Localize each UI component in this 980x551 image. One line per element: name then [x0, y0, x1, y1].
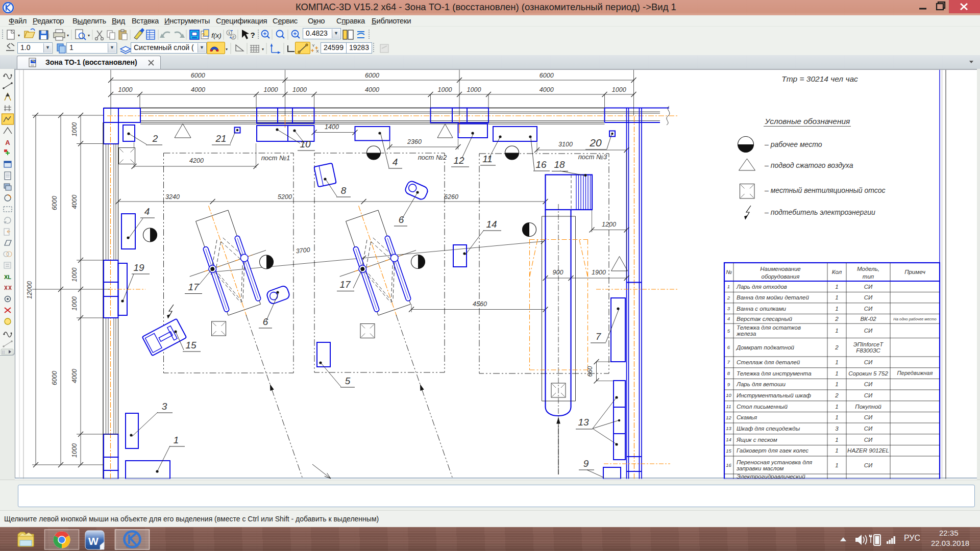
svg-text:1: 1	[835, 359, 838, 365]
svg-text:Тmp = 30214 чел час: Тmp = 30214 чел час	[781, 74, 858, 83]
svg-text:1: 1	[835, 294, 838, 300]
svg-text:Домкрат подкатной: Домкрат подкатной	[736, 344, 795, 350]
svg-text:СИ: СИ	[864, 392, 873, 398]
svg-text:10: 10	[300, 139, 311, 149]
svg-text:▾: ▾	[67, 33, 69, 38]
svg-text:СИ: СИ	[864, 294, 873, 300]
svg-text:3: 3	[727, 306, 730, 311]
svg-text:6: 6	[399, 214, 404, 225]
svg-text:1000: 1000	[71, 122, 78, 137]
svg-text:Ящик с песком: Ящик с песком	[736, 437, 777, 443]
svg-text:Тележка для инструмента: Тележка для инструмента	[737, 370, 812, 377]
svg-text:5: 5	[727, 328, 730, 334]
svg-text:4000: 4000	[540, 86, 554, 93]
svg-text:▾: ▾	[226, 47, 228, 52]
svg-text:HAZER 9012EL: HAZER 9012EL	[847, 447, 889, 454]
svg-text:7: 7	[596, 331, 602, 342]
svg-text:Покупной: Покупной	[855, 404, 881, 410]
svg-text:16: 16	[726, 462, 731, 468]
svg-text:Верстак слесарный: Верстак слесарный	[737, 316, 793, 322]
svg-text:3: 3	[835, 425, 839, 432]
svg-text:1000: 1000	[292, 86, 307, 93]
svg-text:1: 1	[835, 404, 838, 410]
svg-text:6000: 6000	[51, 196, 58, 210]
svg-text:XL: XL	[4, 274, 11, 280]
svg-text:4000: 4000	[71, 369, 78, 383]
svg-text:6000: 6000	[51, 371, 58, 385]
svg-text:12000: 12000	[26, 281, 33, 299]
svg-text:19: 19	[133, 262, 144, 273]
svg-text:2: 2	[232, 35, 235, 39]
svg-text:1000: 1000	[438, 86, 452, 93]
svg-text:11: 11	[726, 404, 731, 409]
svg-text:4000: 4000	[71, 195, 78, 209]
svg-text:1: 1	[835, 437, 838, 443]
svg-text:СИ: СИ	[864, 381, 873, 387]
svg-text:1: 1	[835, 284, 838, 290]
svg-text:3700: 3700	[296, 246, 310, 255]
svg-text:3240: 3240	[165, 193, 180, 201]
svg-text:1000: 1000	[71, 443, 78, 458]
svg-text:1000: 1000	[264, 86, 278, 93]
svg-text:СИ: СИ	[864, 462, 873, 468]
svg-text:СИ: СИ	[864, 306, 873, 312]
svg-text:15: 15	[185, 340, 197, 350]
svg-text:Y: Y	[312, 43, 315, 48]
svg-text:Кол: Кол	[832, 269, 842, 275]
svg-text:X: X	[316, 49, 319, 54]
svg-text:2360: 2360	[407, 138, 422, 145]
svg-text:2: 2	[835, 316, 839, 322]
svg-text:2: 2	[152, 133, 158, 144]
svg-text:▾: ▾	[88, 33, 90, 38]
svg-text:6000: 6000	[191, 72, 205, 79]
svg-text:Скамья: Скамья	[737, 414, 757, 420]
svg-text:5200: 5200	[278, 193, 292, 201]
svg-text:1: 1	[835, 381, 838, 387]
svg-text:1000: 1000	[118, 86, 133, 93]
svg-text:6260: 6260	[444, 193, 458, 201]
svg-text:1000: 1000	[71, 296, 78, 311]
svg-text:пост №2: пост №2	[418, 154, 447, 161]
svg-text:Стеллаж для деталей: Стеллаж для деталей	[737, 359, 800, 365]
svg-text:3100: 3100	[558, 141, 573, 148]
svg-text:тип: тип	[863, 273, 874, 280]
svg-text:W: W	[88, 535, 99, 547]
svg-text:20: 20	[589, 137, 602, 148]
svg-text:На одно рабочее место: На одно рабочее место	[893, 317, 936, 321]
svg-text:8: 8	[341, 185, 347, 196]
svg-text:СИ: СИ	[864, 414, 873, 420]
svg-text:?: ?	[202, 33, 205, 38]
svg-text:1000: 1000	[71, 268, 78, 282]
svg-text:900: 900	[553, 269, 564, 276]
svg-text:Сорокин 5 752: Сорокин 5 752	[848, 370, 888, 377]
svg-text:1: 1	[835, 462, 838, 468]
svg-text:Стол письменный: Стол письменный	[737, 404, 788, 410]
svg-text:Переносная установка для: Переносная установка для	[737, 459, 812, 465]
svg-text:6000: 6000	[540, 72, 554, 79]
svg-text:1: 1	[835, 328, 838, 334]
svg-text:12: 12	[726, 415, 731, 420]
svg-text:14: 14	[726, 437, 731, 442]
svg-text:6000: 6000	[365, 72, 379, 79]
svg-text:6: 6	[727, 344, 730, 350]
svg-text:10: 10	[726, 392, 731, 398]
svg-text:Ванна для мойки деталей: Ванна для мойки деталей	[737, 294, 809, 300]
svg-text:№: №	[726, 269, 732, 275]
svg-text:1: 1	[835, 414, 838, 420]
svg-text:2: 2	[835, 344, 839, 350]
svg-text:17: 17	[188, 282, 200, 292]
svg-text:2: 2	[727, 295, 730, 300]
svg-text:9: 9	[727, 382, 730, 387]
svg-text:1: 1	[228, 31, 231, 35]
svg-text:4560: 4560	[473, 300, 487, 308]
svg-text:ЭПInforceТ: ЭПInforceТ	[853, 341, 884, 347]
svg-text:Инструментальный шкаф: Инструментальный шкаф	[737, 392, 811, 398]
svg-text:4: 4	[727, 316, 730, 321]
svg-text:3: 3	[162, 401, 167, 412]
svg-text:Наименование: Наименование	[760, 266, 800, 272]
svg-text:СИ: СИ	[864, 425, 873, 432]
svg-text:4000: 4000	[365, 86, 379, 93]
svg-text:F8300ЗС: F8300ЗС	[856, 347, 880, 354]
svg-text:2: 2	[835, 392, 839, 398]
svg-text:железа: железа	[736, 331, 756, 337]
